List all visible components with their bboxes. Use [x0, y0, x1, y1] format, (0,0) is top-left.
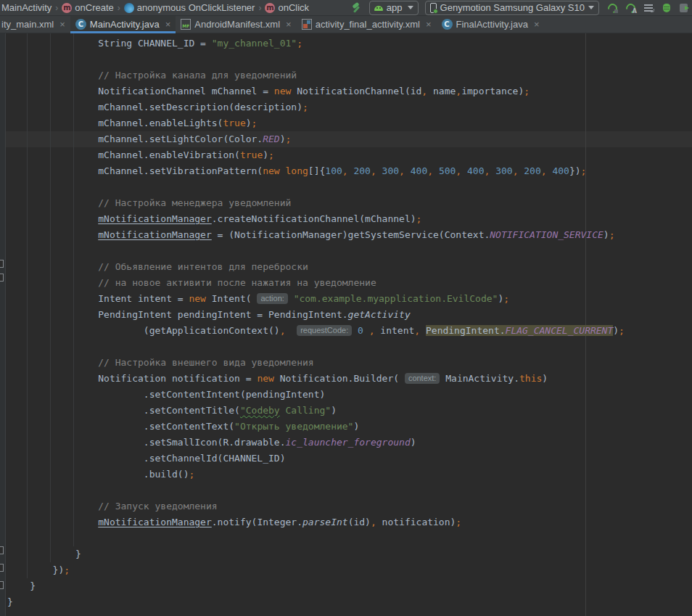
code-token: ,: [280, 325, 286, 336]
close-icon[interactable]: ×: [534, 20, 540, 29]
code-token: 300: [495, 165, 512, 176]
breadcrumb-item[interactable]: monCreate: [60, 2, 115, 13]
apply-code-changes-icon[interactable]: [626, 3, 636, 13]
phone-icon: [430, 3, 437, 13]
code-line[interactable]: .setSmallIcon(R.drawable.ic_launcher_for…: [7, 435, 625, 451]
code-token: mChannel.enableLights(: [7, 118, 223, 128]
code-token: FLAG_CANCEL_CURRENT: [506, 325, 614, 336]
code-token: ): [604, 229, 609, 240]
code-line[interactable]: String CHANNEL_ID = "my_channel_01";: [7, 36, 625, 52]
tab-AndroidManifest.xml[interactable]: MFAndroidManifest.xml×: [176, 16, 296, 33]
code-token: mChannel.enableVibration(: [7, 149, 240, 160]
fold-marker[interactable]: [0, 274, 4, 282]
code-token: .setContentText(: [7, 421, 234, 432]
code-line[interactable]: mNotificationManager.createNotificationC…: [7, 211, 625, 227]
code-line[interactable]: // Настройка канала для уведомлений: [7, 67, 625, 83]
code-token: ;: [297, 38, 302, 49]
code-line[interactable]: .setContentText("Открыть уведомление"): [7, 419, 625, 435]
code-token: ,: [427, 165, 433, 176]
code-token: 200: [353, 165, 370, 176]
tab-label: AndroidManifest.xml: [194, 19, 280, 30]
code-line[interactable]: // на новое активити после нажатия на ув…: [7, 275, 625, 291]
close-icon[interactable]: ×: [426, 20, 432, 29]
code-line[interactable]: (getApplicationContext(), requestCode: 0…: [7, 323, 625, 339]
tab-ity_main.xml[interactable]: ity_main.xml×: [0, 16, 70, 33]
code-token: // Обьявление интентов для переброски: [7, 261, 308, 272]
code-line[interactable]: mChannel.enableVibration(true);: [7, 147, 625, 163]
fold-marker[interactable]: [0, 564, 4, 572]
code-token: mChannel.setDescription(description): [7, 102, 302, 112]
code-token: "com.example.myapplication.EvilCode": [294, 293, 498, 304]
breadcrumb-item[interactable]: monClick: [263, 2, 310, 13]
code-line[interactable]: mChannel.setVibrationPattern(new long[]{…: [7, 163, 625, 179]
code-line[interactable]: mNotificationManager.notify(Integer.pars…: [7, 514, 625, 530]
code-token: ,: [456, 165, 461, 176]
profiler-icon[interactable]: [644, 4, 654, 12]
code-line[interactable]: [7, 179, 625, 195]
code-line[interactable]: }: [7, 578, 625, 594]
code-line[interactable]: mNotificationManager = (NotificationMana…: [7, 227, 625, 243]
tab-activity_final_acttivity.xml[interactable]: activity_final_acttivity.xml×: [297, 16, 437, 33]
code-line[interactable]: mChannel.setDescription(description);: [7, 99, 625, 115]
close-icon[interactable]: ×: [165, 20, 171, 29]
code-line[interactable]: [7, 339, 625, 355]
code-token: Notification notification =: [7, 373, 257, 384]
breadcrumb-item[interactable]: MainActivity: [0, 2, 53, 13]
anon-class-icon: [124, 3, 134, 13]
code-line[interactable]: // Обьявление интентов для переброски: [7, 259, 625, 275]
code-line[interactable]: // Настройка менеджера уведомлений: [7, 195, 625, 211]
attach-debugger-icon[interactable]: [680, 4, 688, 12]
code-line[interactable]: // Настройка внешнего вида уведомления: [7, 355, 625, 371]
code-token: new: [263, 165, 279, 176]
code-line[interactable]: Notification notification = new Notifica…: [7, 371, 625, 387]
code-token: new: [189, 293, 205, 304]
code-line[interactable]: .setChannelId(CHANNEL_ID): [7, 451, 625, 467]
code-token: .createNotificationChannel(mChannel): [212, 213, 416, 224]
code-token: ,: [421, 86, 427, 96]
code-line[interactable]: .build();: [7, 467, 625, 482]
code-token: [352, 325, 358, 336]
code-line[interactable]: [7, 530, 625, 546]
code-token: [7, 517, 98, 527]
close-icon[interactable]: ×: [59, 20, 65, 29]
manifest-icon: MF: [181, 19, 191, 30]
device-select[interactable]: Genymotion Samsung Galaxy S10: [425, 1, 599, 15]
apply-changes-restart-icon[interactable]: [608, 3, 618, 13]
code-token: true: [240, 149, 263, 160]
code-token: .build(): [7, 469, 189, 480]
code-line[interactable]: mChannel.setLightColor(Color.RED);: [7, 131, 625, 147]
code-token: [286, 325, 297, 336]
code-line[interactable]: NotificationChannel mChannel = new Notif…: [7, 83, 625, 99]
code-line[interactable]: .setContentTitle("Codeby Calling"): [7, 403, 625, 419]
code-token: ic_launcher_foreground: [286, 437, 411, 448]
code-token: mNotificationManager: [98, 213, 212, 224]
code-line[interactable]: [7, 482, 625, 498]
code-line[interactable]: }: [7, 594, 625, 610]
tab-MainActivity.java[interactable]: CMainActivity.java×: [70, 16, 176, 33]
breadcrumb-item[interactable]: anonymous OnClickListener: [123, 2, 257, 13]
code-line[interactable]: Intent intent = new Intent( action: "com…: [7, 291, 625, 307]
fold-marker[interactable]: [0, 581, 4, 589]
code-line[interactable]: [7, 243, 625, 259]
code-line[interactable]: }: [7, 546, 625, 562]
tab-FinalActtivity.java[interactable]: CFinalActtivity.java×: [437, 16, 545, 33]
code-line[interactable]: .setContentIntent(pendingIntent): [7, 387, 625, 403]
breadcrumb: MainActivity›monCreate›anonymous OnClick…: [0, 0, 310, 15]
code-line[interactable]: // Запуск уведомления: [7, 498, 625, 514]
code-line[interactable]: [7, 52, 625, 67]
code-line[interactable]: mChannel.enableLights(true);: [7, 115, 625, 131]
code-token: [7, 229, 98, 240]
fold-marker[interactable]: [0, 260, 4, 268]
code-token: "Codeby: [240, 405, 280, 416]
build-hammer-icon[interactable]: [351, 2, 363, 14]
debug-icon[interactable]: [663, 4, 670, 12]
code-token: []{: [308, 165, 325, 176]
code-token: }: [7, 549, 81, 559]
code-token: .setContentIntent(pendingIntent): [7, 389, 325, 400]
fold-marker[interactable]: [0, 546, 4, 554]
code-line[interactable]: PendingIntent pendingIntent = PendingInt…: [7, 307, 625, 323]
code-area[interactable]: String CHANNEL_ID = "my_channel_01"; // …: [7, 36, 625, 610]
code-line[interactable]: });: [7, 562, 625, 578]
close-icon[interactable]: ×: [286, 20, 292, 29]
run-config-select[interactable]: app: [369, 1, 419, 15]
